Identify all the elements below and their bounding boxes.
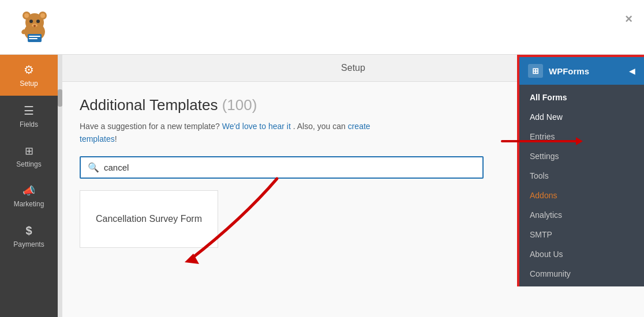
svg-point-5 — [40, 13, 45, 18]
sidebar-item-setup-label: Setup — [20, 80, 38, 88]
svg-point-6 — [29, 20, 33, 23]
wpforms-panel: ⊞ WPForms ◀ All Forms Add New Entries Se… — [517, 55, 644, 286]
svg-point-9 — [33, 25, 36, 27]
fields-icon: ☰ — [24, 104, 34, 118]
wpforms-icon: ⊞ — [528, 64, 543, 78]
wpforms-menu-item-settings[interactable]: Settings — [519, 146, 644, 166]
logo-area — [12, 10, 58, 44]
wpforms-menu-item-all-forms[interactable]: All Forms — [519, 88, 644, 107]
search-icon: 🔍 — [88, 162, 99, 173]
sidebar-item-settings-label: Settings — [16, 160, 41, 168]
top-bar: × — [0, 0, 644, 55]
settings-icon: ⊞ — [25, 145, 33, 157]
sidebar-item-setup[interactable]: ⚙ Setup — [0, 55, 58, 96]
suggestion-link-hear[interactable]: We'd love to hear it — [222, 122, 291, 131]
svg-point-7 — [36, 20, 40, 23]
suggestion-prefix: Have a suggestion for a new template? — [80, 122, 220, 131]
wpforms-menu-item-add-new[interactable]: Add New — [519, 107, 644, 127]
wpforms-menu-item-addons[interactable]: Addons — [519, 186, 644, 205]
sidebar-item-payments[interactable]: $ Payments — [0, 216, 58, 256]
wpforms-header-left: ⊞ WPForms — [528, 64, 589, 78]
suggestion-middle: . Also, you can — [293, 122, 346, 131]
suggestion-link-create[interactable]: create — [348, 122, 370, 131]
scrollbar-thumb[interactable] — [58, 89, 62, 107]
sidebar-item-fields[interactable]: ☰ Fields — [0, 96, 58, 137]
marketing-icon: 📣 — [23, 184, 35, 197]
suggestion-link-templates[interactable]: templates — [80, 134, 115, 144]
search-input[interactable] — [104, 163, 475, 172]
setup-icon: ⚙ — [24, 63, 34, 77]
payments-icon: $ — [25, 224, 32, 237]
wpforms-menu-item-community[interactable]: Community — [519, 264, 644, 284]
template-count: (100) — [222, 96, 257, 114]
wpforms-chevron-icon: ◀ — [629, 66, 635, 76]
wpforms-menu-item-smtp[interactable]: SMTP — [519, 225, 644, 244]
page-title-text: Additional Templates — [80, 96, 218, 114]
template-card-title: Cancellation Survey Form — [96, 213, 202, 225]
sidebar-item-fields-label: Fields — [20, 120, 38, 129]
sidebar-scrollbar — [58, 55, 62, 317]
template-card[interactable]: Cancellation Survey Form — [80, 190, 218, 248]
sidebar-item-marketing-label: Marketing — [14, 200, 44, 208]
svg-point-4 — [24, 13, 29, 18]
wpforms-menu-item-about-us[interactable]: About Us — [519, 244, 644, 264]
sidebar-item-marketing[interactable]: 📣 Marketing — [0, 176, 58, 216]
wpforms-menu-item-analytics[interactable]: Analytics — [519, 205, 644, 225]
svg-rect-12 — [29, 36, 40, 37]
sidebar-item-payments-label: Payments — [13, 240, 44, 248]
svg-rect-13 — [29, 38, 38, 39]
wpforms-header-label: WPForms — [549, 66, 589, 76]
wpforms-menu-item-tools[interactable]: Tools — [519, 166, 644, 186]
logo-bear — [17, 10, 52, 44]
sidebar-item-settings[interactable]: ⊞ Settings — [0, 137, 58, 176]
wpforms-menu-item-entries[interactable]: Entries — [519, 127, 644, 146]
header-title: Setup — [341, 63, 365, 73]
main-layout: ⚙ Setup ☰ Fields ⊞ Settings 📣 Marketing … — [0, 55, 644, 317]
sidebar: ⚙ Setup ☰ Fields ⊞ Settings 📣 Marketing … — [0, 55, 58, 317]
wpforms-menu: All Forms Add New Entries Settings Tools… — [519, 85, 644, 286]
search-box: 🔍 — [80, 156, 484, 179]
suggestion-suffix: ! — [115, 134, 117, 144]
close-button[interactable]: × — [625, 12, 632, 27]
wpforms-header[interactable]: ⊞ WPForms ◀ — [519, 57, 644, 85]
